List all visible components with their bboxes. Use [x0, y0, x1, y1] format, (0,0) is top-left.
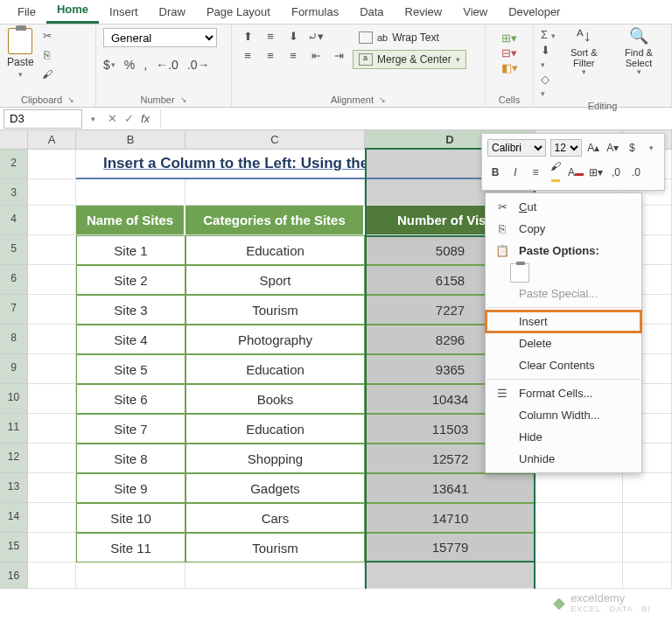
cell[interactable] [28, 206, 76, 235]
increase-decimal-mini[interactable]: ,0 [608, 166, 624, 178]
col-header-b[interactable]: B [76, 130, 186, 150]
cell[interactable] [28, 533, 76, 563]
cut-icon[interactable]: ✂ [39, 28, 55, 44]
cell[interactable] [623, 563, 672, 589]
cell[interactable] [76, 179, 186, 206]
table-cell-site[interactable]: Site 4 [76, 325, 186, 354]
cm-column-width[interactable]: Column Width... [486, 404, 641, 426]
dialog-launcher-icon[interactable]: ↘ [67, 95, 74, 104]
table-cell-visits[interactable]: 13641 [365, 473, 536, 503]
fill-color-button[interactable]: 🖌 [548, 160, 564, 185]
table-cell-site[interactable]: Site 6 [76, 384, 186, 414]
table-cell-visits[interactable]: 15779 [365, 533, 536, 563]
decrease-decimal-button[interactable]: .0→ [187, 58, 210, 72]
title-cell[interactable]: Insert a Column to the Left: Using the C… [186, 150, 365, 179]
table-cell-site[interactable]: Site 8 [76, 444, 186, 473]
cell[interactable] [186, 179, 365, 206]
tab-developer[interactable]: Developer [498, 1, 570, 24]
cell[interactable] [28, 444, 76, 473]
cell[interactable] [28, 354, 76, 384]
merge-center-button[interactable]: Merge & Center▾ [353, 50, 466, 69]
cell[interactable] [28, 473, 76, 503]
table-cell-category[interactable]: Books [186, 384, 365, 414]
cell[interactable] [536, 533, 623, 563]
cm-unhide[interactable]: Unhide [486, 448, 641, 470]
increase-indent-icon[interactable]: ⇥ [330, 47, 347, 63]
tab-home[interactable]: Home [46, 0, 99, 24]
sort-filter-button[interactable]: ᴬ↓ Sort & Filter▾ [562, 28, 606, 77]
decrease-indent-icon[interactable]: ⇤ [307, 47, 325, 63]
table-cell-site[interactable]: Site 7 [76, 414, 186, 444]
cell[interactable] [536, 503, 623, 533]
cell[interactable] [28, 295, 76, 325]
mini-size-select[interactable]: 12 [550, 139, 582, 157]
cancel-formula-icon[interactable]: ✕ [108, 112, 117, 125]
format-cells-icon[interactable]: ◧▾ [501, 61, 518, 74]
cell[interactable] [536, 473, 623, 503]
tab-data[interactable]: Data [349, 1, 394, 24]
decrease-decimal-mini[interactable]: .0 [628, 166, 644, 178]
tab-review[interactable]: Review [395, 1, 453, 24]
cm-hide[interactable]: Hide [486, 426, 641, 448]
cell[interactable] [623, 533, 672, 563]
borders-button[interactable]: ⊞▾ [588, 166, 604, 178]
align-top-icon[interactable]: ⬆ [239, 28, 256, 44]
cell[interactable] [536, 563, 623, 589]
table-cell-site[interactable]: Site 1 [76, 235, 186, 265]
table-cell-site[interactable]: Site 9 [76, 473, 186, 503]
fill-button[interactable]: ⬇ ▾ [541, 44, 556, 70]
table-header[interactable]: Name of Sites [76, 206, 186, 235]
table-cell-visits[interactable]: 14710 [365, 503, 536, 533]
align-right-icon[interactable]: ≡ [284, 47, 302, 63]
fx-icon[interactable]: fx [141, 112, 153, 125]
tab-insert[interactable]: Insert [99, 1, 149, 24]
paste-button[interactable]: Paste ▾ [7, 28, 34, 79]
row-header[interactable]: 11 [0, 414, 28, 444]
cell[interactable] [28, 235, 76, 265]
font-color-button[interactable]: A [568, 166, 584, 178]
table-cell-category[interactable]: Photography [186, 325, 365, 354]
wrap-text-button[interactable]: abWrap Text [353, 28, 466, 47]
table-header[interactable]: Categories of the Sites [186, 206, 365, 235]
tab-draw[interactable]: Draw [149, 1, 196, 24]
table-cell-category[interactable]: Gadgets [186, 473, 365, 503]
table-cell-site[interactable]: Site 3 [76, 295, 186, 325]
cell[interactable] [28, 179, 76, 206]
align-center-icon[interactable]: ≡ [262, 47, 279, 63]
dialog-launcher-icon[interactable]: ↘ [379, 95, 386, 104]
row-header[interactable]: 14 [0, 503, 28, 533]
format-painter-icon[interactable]: 🖌 [39, 66, 55, 82]
col-header-c[interactable]: C [186, 130, 365, 150]
row-header[interactable]: 7 [0, 295, 28, 325]
name-box[interactable] [4, 109, 82, 129]
currency-button[interactable]: $▾ [103, 58, 116, 72]
tab-page-layout[interactable]: Page Layout [196, 1, 281, 24]
table-cell-category[interactable]: Tourism [186, 533, 365, 563]
cell[interactable] [28, 325, 76, 354]
table-cell-category[interactable]: Education [186, 235, 365, 265]
cell[interactable] [365, 563, 536, 589]
cell[interactable] [28, 563, 76, 589]
tab-formulas[interactable]: Formulas [281, 1, 349, 24]
chevron-down-icon[interactable]: ▾ [644, 143, 659, 152]
table-cell-site[interactable]: Site 10 [76, 503, 186, 533]
cm-delete[interactable]: Delete [486, 332, 641, 354]
table-cell-category[interactable]: Education [186, 414, 365, 444]
row-header[interactable]: 9 [0, 354, 28, 384]
number-format-select[interactable]: General [103, 28, 217, 47]
bold-button[interactable]: B [487, 166, 503, 178]
cell[interactable] [28, 150, 76, 179]
cell[interactable] [76, 563, 186, 589]
select-all-corner[interactable] [0, 130, 28, 150]
name-box-dropdown[interactable]: ▾ [86, 115, 101, 123]
decrease-font-icon[interactable]: A▾ [606, 142, 620, 154]
orientation-icon[interactable]: ⤾▾ [307, 28, 325, 44]
increase-decimal-button[interactable]: ←.0 [156, 58, 178, 72]
row-header[interactable]: 8 [0, 325, 28, 354]
cm-clear-contents[interactable]: Clear Contents [486, 354, 641, 376]
row-header[interactable]: 12 [0, 444, 28, 473]
enter-formula-icon[interactable]: ✓ [124, 112, 134, 125]
dialog-launcher-icon[interactable]: ↘ [180, 95, 187, 104]
row-header-16[interactable]: 16 [0, 563, 28, 589]
table-cell-site[interactable]: Site 2 [76, 265, 186, 295]
